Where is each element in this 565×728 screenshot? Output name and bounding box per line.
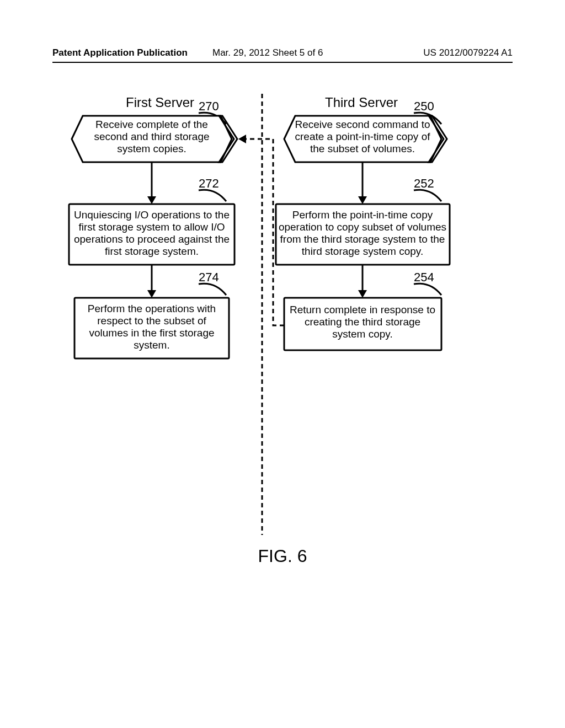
edge-272-274-head [147,290,156,298]
node-254-line1: Return complete in response to [290,304,435,315]
node-250-line3: the subset of volumes. [310,143,415,154]
ref-272: 272 [199,176,219,190]
leader-272 [199,190,226,201]
node-250-line1: Receive second command to [295,119,430,130]
node-270-line1: Receive complete of the [95,119,208,130]
figure-label: FIG. 6 [0,546,565,566]
edge-252-254-head [358,290,367,298]
node-274-line4: system. [134,339,169,351]
node-254-line2: creating the third storage [305,316,420,328]
node-272-line3: operations to proceed against the [74,233,230,245]
node-270-line3: system copies. [117,143,186,154]
ref-254: 254 [414,270,434,284]
swimlane-title-left: First Server [126,95,194,110]
node-250-line2: create a point-in-time copy of [295,131,430,142]
header-mid: Mar. 29, 2012 Sheet 5 of 6 [212,47,323,58]
ref-252: 252 [414,176,434,190]
edge-254-270-head [238,135,246,143]
node-274-line3: volumes in the first storage [89,327,214,339]
node-274-line2: respect to the subset of [97,315,206,326]
ref-274: 274 [199,270,219,284]
node-252-line4: third storage system copy. [302,245,423,257]
node-254-line3: system copy. [332,328,392,340]
node-270-line2: second and third storage [94,131,209,142]
node-252-line3: from the third storage system to the [280,233,445,245]
edge-270-272-head [147,196,156,204]
header-rule [52,62,513,63]
leader-254 [414,283,441,295]
header-right: US 2012/0079224 A1 [423,47,513,58]
ref-270: 270 [199,99,219,113]
edge-250-252-head [358,196,367,204]
node-272-line1: Unquiescing I/O operations to the [74,209,230,221]
node-272-line4: first storage system. [105,245,199,257]
node-274-line1: Perform the operations with [88,303,216,314]
leader-274 [199,283,226,295]
page: Patent Application Publication Mar. 29, … [0,0,565,728]
ref-250: 250 [414,99,434,113]
header-left: Patent Application Publication [52,47,188,58]
node-252-line2: operation to copy subset of volumes [279,221,446,233]
leader-252 [414,190,441,201]
node-252-line1: Perform the point-in-time copy [292,209,433,221]
node-272-line2: first storage system to allow I/O [78,221,225,233]
swimlane-title-right: Third Server [325,95,398,110]
